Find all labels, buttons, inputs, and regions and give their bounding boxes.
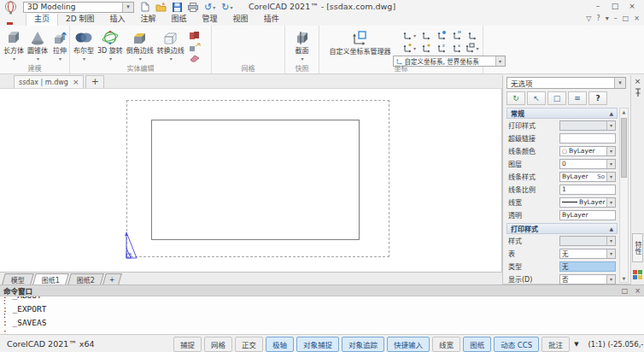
- section-header-print-style[interactable]: 打印样式 ▲: [506, 223, 618, 234]
- ccs-previous-icon[interactable]: [421, 43, 431, 53]
- select-cursor-icon[interactable]: ↖: [527, 91, 546, 105]
- chevron-down-icon[interactable]: ▾: [614, 78, 625, 88]
- chevron-down-icon[interactable]: ▾: [13, 56, 15, 62]
- chevron-down-icon[interactable]: ▾: [606, 173, 615, 181]
- redo-button[interactable]: ↻ ▾: [221, 2, 232, 13]
- command-window-header[interactable]: 命令窗口 □ ×: [0, 285, 644, 296]
- ccs-split-button[interactable]: ▾: [402, 43, 416, 53]
- chevron-down-icon[interactable]: ▾: [606, 198, 615, 207]
- scroll-down-icon[interactable]: ▼: [620, 276, 628, 281]
- chevron-down-icon[interactable]: ▾: [213, 4, 215, 10]
- tab-2d-drafting[interactable]: 2D 制图: [58, 12, 102, 26]
- selection-filter-dropdown[interactable]: 无选项 ▾: [506, 77, 626, 89]
- ccs-split-button[interactable]: ▾: [465, 43, 478, 53]
- section-header-general[interactable]: 常规 ▲: [506, 108, 618, 119]
- transparency-field[interactable]: ByLayer: [559, 210, 616, 220]
- display-dropdown[interactable]: 否 ▾: [559, 274, 616, 285]
- toggle-etrack[interactable]: 对象追踪: [342, 337, 384, 352]
- eraser-icon[interactable]: [189, 54, 201, 62]
- minimize-button[interactable]: –: [589, 0, 606, 13]
- new-document-tab-button[interactable]: +: [85, 75, 104, 88]
- refresh-icon[interactable]: ↻: [506, 91, 525, 105]
- tab-manage[interactable]: 管理: [195, 12, 225, 26]
- save-icon[interactable]: [173, 2, 182, 13]
- add-sheet-button[interactable]: +: [102, 273, 121, 285]
- line-color-dropdown[interactable]: ○ ByLayer ▾: [559, 146, 616, 156]
- toggle-ortho[interactable]: 正交: [235, 337, 263, 352]
- help-icon[interactable]: ?: [596, 15, 600, 22]
- help-icon[interactable]: ?: [588, 91, 607, 105]
- chevron-down-icon[interactable]: ▾: [139, 56, 142, 62]
- cone-button[interactable]: 圆锥体 ▾: [26, 28, 50, 62]
- restore-button[interactable]: □: [606, 0, 624, 13]
- line-scale-field[interactable]: 1: [559, 185, 616, 195]
- tab-annotate[interactable]: 注解: [133, 12, 164, 26]
- toggle-polar[interactable]: 极轴: [266, 337, 294, 352]
- move-face-icon[interactable]: [189, 43, 201, 52]
- chevron-down-icon[interactable]: ▾: [109, 56, 112, 62]
- boolean-button[interactable]: 布尔型 ▾: [72, 28, 96, 62]
- toggle-annotation[interactable]: 批注: [542, 337, 570, 352]
- chevron-down-icon[interactable]: ▾: [476, 45, 478, 51]
- chevron-down-icon[interactable]: ▾: [413, 32, 416, 38]
- ccs-x-rotate-icon[interactable]: z: [436, 43, 447, 53]
- ccs-view-icon[interactable]: [452, 30, 462, 40]
- ccs-split-button[interactable]: ▾: [402, 30, 416, 40]
- ccs-y-rotate-icon[interactable]: x: [452, 43, 462, 53]
- scrollbar-thumb[interactable]: [621, 118, 627, 178]
- chevron-down-icon[interactable]: ▾: [230, 4, 232, 10]
- toggle-quick-input[interactable]: 快捷输入: [387, 337, 430, 352]
- toggle-esnap[interactable]: 对象捕捉: [296, 337, 339, 352]
- chevron-down-icon[interactable]: ▾: [301, 56, 303, 62]
- union-solids-icon[interactable]: [189, 31, 201, 41]
- chevron-down-icon[interactable]: ▾: [37, 56, 39, 62]
- close-icon[interactable]: ×: [73, 78, 79, 86]
- collapse-icon[interactable]: ▲: [609, 110, 613, 116]
- line-style-dropdown[interactable]: ByLayer So ▾: [559, 172, 616, 182]
- close-command-window-button[interactable]: ×: [635, 287, 641, 295]
- chevron-down-icon[interactable]: ▾: [170, 56, 173, 62]
- toggle-dynamic-ccs[interactable]: 动态 CCS: [494, 337, 539, 352]
- toggle-sheet[interactable]: 图纸: [463, 337, 491, 352]
- doc-restore-button[interactable]: □: [623, 15, 629, 22]
- box-button[interactable]: 长方体 ▾: [2, 28, 26, 62]
- properties-scrollbar[interactable]: ▲ ▼: [619, 108, 629, 283]
- toggle-grid[interactable]: 网格: [204, 337, 232, 352]
- ccs-manager-button[interactable]: 自定义坐标系管理器: [323, 27, 397, 67]
- workspace-selector[interactable]: 3D Modeling ▾: [23, 2, 134, 13]
- type-value[interactable]: 无: [559, 261, 616, 272]
- scroll-up-icon[interactable]: ▲: [620, 109, 628, 114]
- toggle-lineweight[interactable]: 线宽: [432, 337, 460, 352]
- tab-view[interactable]: 视图: [225, 12, 256, 26]
- ccs-z-axis-icon[interactable]: [436, 30, 447, 40]
- panel-close-button[interactable]: ×: [631, 77, 644, 85]
- command-prompt[interactable]: :: [3, 327, 644, 334]
- float-window-button[interactable]: □: [622, 287, 629, 295]
- quick-select-icon[interactable]: ≡: [568, 91, 587, 105]
- style-dropdown[interactable]: ▾: [559, 236, 616, 246]
- tab-sheet[interactable]: 图纸: [164, 12, 195, 26]
- tab-model[interactable]: 模型: [2, 273, 34, 285]
- close-button[interactable]: ×: [624, 0, 641, 13]
- pull-button[interactable]: 拉伸 ▾: [50, 28, 70, 62]
- chevron-down-icon[interactable]: ▾: [122, 3, 133, 12]
- chevron-down-icon[interactable]: ▾: [606, 147, 615, 155]
- annotation-dropdown-icon[interactable]: ▼: [574, 341, 578, 348]
- chevron-down-icon[interactable]: ▾: [606, 249, 615, 258]
- chamfer-edges-button[interactable]: 倒角边线 ▾: [125, 28, 155, 62]
- layer-dropdown[interactable]: 0 ▾: [559, 159, 616, 169]
- toggle-snap[interactable]: 捕捉: [173, 337, 202, 352]
- tab-insert[interactable]: 插入: [102, 12, 133, 26]
- convert-edges-button[interactable]: 转换边线 ▾: [155, 28, 186, 62]
- document-tab[interactable]: ssdax | m.dwg ×: [14, 75, 84, 88]
- chevron-down-icon[interactable]: ▾: [606, 160, 615, 168]
- doc-minimize-button[interactable]: –: [614, 15, 618, 22]
- tab-sheet1[interactable]: 图纸1: [32, 273, 69, 285]
- command-history[interactable]: : _ABOUT : : _EXPORT : : _SAVEAS :: [0, 296, 644, 334]
- chevron-down-icon[interactable]: ▾: [59, 56, 61, 62]
- open-folder-icon[interactable]: [155, 2, 167, 13]
- table-dropdown[interactable]: 无 ▾: [559, 249, 616, 259]
- section-button[interactable]: 截面 ▾: [292, 28, 313, 62]
- ccs-world-icon[interactable]: [467, 30, 477, 40]
- print-style-dropdown[interactable]: ▾: [559, 120, 616, 131]
